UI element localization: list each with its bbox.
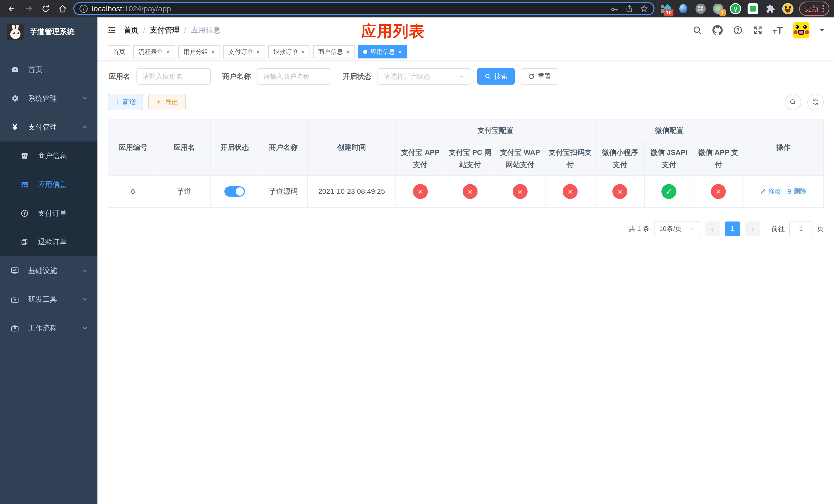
document-copy-icon — [20, 238, 29, 246]
edit-icon — [761, 188, 767, 194]
profile-avatar-icon[interactable] — [782, 3, 793, 14]
tab-user-group[interactable]: 用户分组× — [178, 45, 220, 59]
tab-pay-order[interactable]: 支付订单× — [223, 45, 265, 59]
export-button[interactable]: 导出 — [148, 94, 186, 110]
sidebar-item-pay-order[interactable]: 支付订单 — [0, 199, 97, 228]
monitor-chart-icon — [10, 266, 20, 275]
user-avatar[interactable] — [793, 22, 809, 39]
table-row: 6 芋道 芋道源码 2021-10-23 08:49:25 × × × × × … — [108, 176, 824, 207]
search-icon[interactable] — [693, 25, 702, 35]
refresh-icon — [528, 73, 535, 80]
reset-button[interactable]: 重置 — [521, 68, 558, 85]
close-icon[interactable]: × — [256, 48, 260, 55]
sidebar-item-infrastructure[interactable]: 基础设施 — [0, 256, 97, 285]
reload-icon[interactable] — [41, 4, 50, 13]
extension-balloon-icon[interactable] — [678, 3, 689, 14]
sidebar-item-workflow[interactable]: 工作流程 — [0, 314, 97, 343]
back-icon[interactable] — [7, 4, 16, 13]
breadcrumb-home[interactable]: 首页 — [124, 25, 138, 36]
sidebar-item-dev-tools[interactable]: 研发工具 — [0, 285, 97, 314]
sidebar-fold-icon[interactable] — [107, 25, 117, 36]
add-button[interactable]: + 新增 — [108, 94, 143, 110]
sidebar-item-payment[interactable]: ¥ 支付管理 — [0, 113, 97, 141]
page-number-1[interactable]: 1 — [725, 222, 740, 236]
yen-circle-icon — [20, 209, 29, 217]
sidebar-item-home[interactable]: 首页 — [0, 55, 97, 84]
forward-icon[interactable] — [24, 4, 33, 13]
next-page-button[interactable]: › — [745, 222, 760, 236]
status-select[interactable]: 请选择开启状态 — [377, 68, 471, 85]
status-toggle[interactable] — [224, 186, 245, 197]
cell-merchant: 芋道源码 — [259, 176, 308, 207]
tab-process-form[interactable]: 流程表单× — [133, 45, 175, 59]
col-header-alipay-app: 支付宝 APP 支付 — [396, 142, 445, 176]
search-icon — [484, 73, 491, 80]
col-header-app-id: 应用编号 — [108, 119, 158, 176]
extension-tampermonkey-icon[interactable]: 10 — [660, 3, 672, 14]
avatar-caret-icon[interactable] — [820, 29, 825, 34]
close-icon[interactable]: × — [166, 48, 170, 55]
breadcrumb: 首页 / 支付管理 / 应用信息 — [124, 25, 221, 36]
app-logo[interactable]: 芋道管理系统 — [0, 18, 97, 46]
pagination-total: 共 1 条 — [629, 224, 649, 233]
sidebar-item-refund-order[interactable]: 退款订单 — [0, 228, 97, 256]
page-content: 应用名 商户名称 开启状态 请选择开启状态 搜索 — [97, 61, 834, 504]
prev-page-button[interactable]: ‹ — [705, 222, 720, 236]
tags-view-bar: 首页 流程表单× 用户分组× 支付订单× 退款订单× 商户信息× 应用信息× — [97, 43, 834, 61]
tab-app-info[interactable]: 应用信息× — [358, 45, 407, 59]
chevron-down-icon — [458, 73, 465, 80]
extensions-row: 10 ⌘ 1 y — [658, 3, 795, 14]
refresh-table-button[interactable] — [807, 94, 824, 110]
app-name-input[interactable] — [142, 72, 205, 81]
col-header-status: 开启状态 — [210, 119, 259, 176]
font-size-icon[interactable]: TT — [773, 25, 783, 36]
sidebar: 芋道管理系统 首页 系统管理 ¥ 支付管理 — [0, 18, 97, 504]
star-icon[interactable] — [640, 5, 648, 13]
key-icon[interactable] — [610, 5, 619, 13]
grid-table-icon — [20, 181, 29, 189]
search-button[interactable]: 搜索 — [477, 68, 515, 85]
extensions-puzzle-icon[interactable] — [765, 3, 776, 14]
github-icon[interactable] — [712, 25, 723, 36]
sidebar-item-merchant-info[interactable]: 商户信息 — [0, 141, 97, 170]
share-icon[interactable] — [625, 5, 633, 13]
page-title-annotation: 应用列表 — [361, 21, 425, 42]
extension-chat-icon[interactable] — [747, 3, 759, 14]
extension-command-icon[interactable]: ⌘ — [695, 3, 706, 14]
home-icon[interactable] — [58, 4, 67, 13]
extension-recorder-icon[interactable]: 1 — [712, 3, 724, 14]
sidebar-item-system[interactable]: 系统管理 — [0, 84, 97, 113]
chevron-down-icon — [82, 325, 88, 331]
trash-icon — [786, 188, 792, 194]
url-bar[interactable]: i localhost:1024/pay/app — [73, 2, 655, 15]
help-icon[interactable] — [733, 25, 743, 35]
cross-icon: × — [612, 184, 627, 199]
update-button[interactable]: 更新 — [799, 2, 829, 16]
col-header-wx-app: 微信 APP 支付 — [693, 142, 743, 176]
status-label: 开启状态 — [343, 71, 371, 81]
search-form: 应用名 商户名称 开启状态 请选择开启状态 搜索 — [108, 68, 824, 85]
extension-y-icon[interactable]: y — [730, 3, 741, 14]
close-icon[interactable]: × — [301, 48, 305, 55]
fullscreen-icon[interactable] — [753, 25, 763, 35]
breadcrumb-payment[interactable]: 支付管理 — [150, 25, 179, 36]
edit-link[interactable]: 修改 — [761, 187, 781, 196]
tab-home[interactable]: 首页 — [108, 45, 130, 59]
goto-page-input[interactable] — [789, 221, 812, 236]
delete-link[interactable]: 删除 — [786, 187, 807, 196]
cell-created: 2021-10-23 08:49:25 — [307, 176, 395, 207]
toolbox-icon — [10, 324, 20, 333]
toggle-search-button[interactable] — [785, 94, 801, 110]
info-icon[interactable]: i — [80, 5, 88, 13]
col-header-created: 创建时间 — [307, 119, 395, 176]
close-icon[interactable]: × — [346, 48, 350, 55]
page-size-select[interactable]: 10条/页 — [654, 221, 700, 236]
merchant-name-input[interactable] — [263, 72, 325, 81]
tab-merchant-info[interactable]: 商户信息× — [313, 45, 355, 59]
sidebar-item-app-info[interactable]: 应用信息 — [0, 170, 97, 199]
col-header-wx-jsapi: 微信 JSAPI 支付 — [644, 142, 693, 176]
close-icon[interactable]: × — [398, 48, 402, 55]
close-icon[interactable]: × — [211, 48, 215, 55]
tab-refund-order[interactable]: 退款订单× — [268, 45, 310, 59]
browser-menu-dots-icon[interactable] — [822, 5, 824, 12]
